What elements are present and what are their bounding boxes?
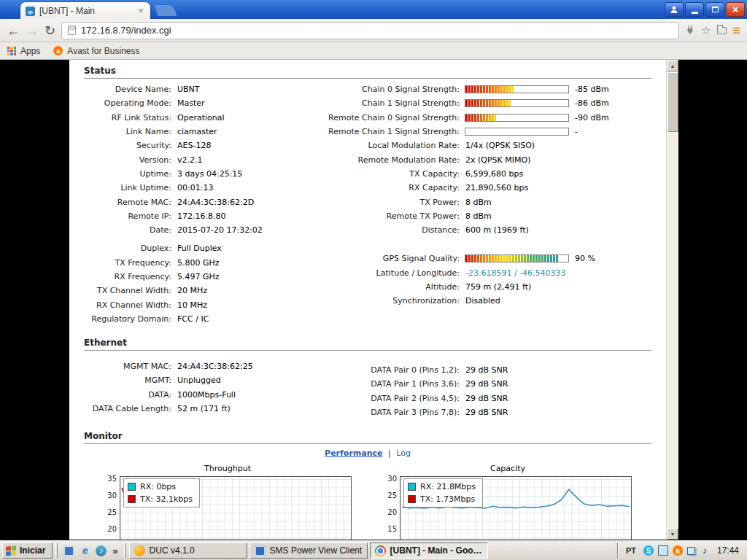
signal-bar-fill [465,255,558,262]
extension-plug-icon[interactable] [685,25,695,36]
field-value: 8 dBm [465,211,492,221]
taskbar-task-duc[interactable]: DUC v4.1.0 [129,542,247,559]
bookmark-apps[interactable]: Apps [7,46,40,56]
capacity-chart: Capacity 30252015 RX: 21.8MbpsTX: 1.73Mb… [384,464,632,540]
scrollbar-up-arrow[interactable]: ▲ [667,60,678,71]
legend-label: RX: 21.8Mbps [420,482,476,491]
browser-tab[interactable]: [UBNT] - Main × [20,2,150,19]
field-value: Full Duplex [177,244,222,253]
bookmark-avast[interactable]: a Avast for Business [53,46,139,56]
info-row: TX Capacity:6,599,680 bps [321,167,651,181]
field-label: Remote Chain 1 Signal Strength: [321,127,460,136]
tab-title: [UBNT] - Main [39,6,132,16]
chart-legend: RX: 0bpsTX: 32.1kbps [123,478,200,508]
start-button[interactable]: Iniciar [2,542,53,559]
info-row: GPS Signal Quality:90 % [321,252,651,265]
chrome-icon [375,545,386,556]
field-value[interactable]: -23.618591 / -46.540333 [465,268,566,278]
status-heading: Status [84,66,651,76]
signal-bar [465,114,569,122]
forward-button[interactable]: → [26,24,39,37]
info-row: Device Name:UBNT [84,82,321,96]
scrollbar-down-arrow[interactable]: ▼ [667,528,678,540]
quick-launch-overflow[interactable]: » [112,545,117,556]
tray-volume-icon[interactable]: ♪ [700,545,710,556]
tray-display-icon[interactable] [658,545,668,556]
legend-swatch [408,483,416,491]
close-button[interactable]: × [726,2,745,17]
chart-legend: RX: 21.8MbpsTX: 1.73Mbps [403,478,483,508]
windows-flag-icon [6,545,16,556]
tray-skype-icon[interactable]: S [643,545,654,556]
bookmark-apps-label: Apps [20,46,40,56]
field-label: Regulatory Domain: [84,314,171,324]
y-tick-label: 20 [387,508,397,516]
scrollbar-thumb[interactable] [667,72,678,132]
field-label: DATA Pair 3 (Pins 7,8): [321,408,460,417]
tray-network-icon[interactable] [687,547,695,555]
info-row: TX Frequency:5.800 GHz [84,256,321,270]
media-player-icon[interactable]: ♪ [96,545,107,556]
legend-swatch [408,495,416,503]
reload-button[interactable]: ↻ [44,24,55,37]
field-label: TX Frequency: [84,258,171,268]
throughput-chart: Throughput 35302520 RX: 0bpsTX: 32.1kbps [104,464,352,540]
restore-icon [712,7,719,12]
field-label: Chain 0 Signal Strength: [321,85,460,94]
legend-item: TX: 32.1kbps [128,494,193,504]
menu-icon[interactable]: ≡ [732,23,740,39]
page-scrollbar[interactable]: ▲ ▼ [666,60,678,540]
page-icon [68,26,76,35]
log-link[interactable]: Log [396,448,411,458]
field-label: Device Name: [84,85,171,94]
status-right-info2: Latitude / Longitude:-23.618591 / -46.54… [321,266,651,308]
legend-swatch [128,483,136,491]
signal-bar [465,128,569,136]
internet-explorer-icon[interactable]: e [80,545,90,556]
info-row: Remote Modulation Rate:2x (QPSK MIMO) [321,152,651,166]
field-value: -86 dBm [575,98,609,108]
taskbar-task-chrome[interactable]: [UBNT] - Main - Googl... [370,542,488,559]
field-value: -85 dBm [575,85,609,94]
field-value: 5.800 GHz [177,258,220,268]
tab-close-icon[interactable]: × [136,5,145,16]
restore-button[interactable] [705,2,724,17]
field-label: Link Name: [84,127,171,136]
field-value: 90 % [575,254,595,263]
field-label: Remote TX Power: [321,211,460,221]
field-value: 21,890,560 bps [465,183,528,192]
field-label: RX Channel Width: [84,300,171,310]
info-row: Local Modulation Rate:1/4x (QPSK SISO) [321,139,651,152]
minimize-button[interactable] [685,2,704,17]
show-desktop-icon[interactable] [63,545,74,556]
info-row: Remote IP:172.16.8.80 [84,209,321,223]
language-indicator[interactable]: PT [624,545,638,556]
field-label: MGMT: [84,376,171,385]
y-tick-label: 15 [387,525,397,533]
bookmarks-folder-icon[interactable] [717,27,727,34]
field-value: 52 m (171 ft) [177,404,231,413]
address-bar[interactable]: 172.16.8.79/index.cgi [61,22,678,39]
desktop-screen: [UBNT] - Main × × ← → ↻ 172.16.8.79/inde… [0,0,747,560]
field-value: 2x (QPSK MIMO) [465,155,530,165]
window-controls: × [665,2,745,17]
legend-swatch [128,495,136,503]
y-axis: 35302520 [104,476,120,540]
taskbar-task-sms[interactable]: SMS Power View Client [249,542,368,559]
back-button[interactable]: ← [7,24,20,37]
legend-label: TX: 32.1kbps [140,494,193,504]
field-label: Remote Modulation Rate: [321,155,460,165]
chart-plot-area: RX: 21.8MbpsTX: 1.73Mbps [400,476,632,540]
new-tab-button[interactable] [155,5,177,16]
tray-shield-icon[interactable]: a [673,545,683,556]
info-row: Remote Chain 0 Signal Strength:-90 dBm [321,111,651,125]
profile-avatar-button[interactable] [665,2,684,17]
url-text[interactable]: 172.16.8.79/index.cgi [81,25,171,36]
avast-icon: a [53,46,63,55]
performance-link[interactable]: Performance [325,448,382,458]
bookmark-star-icon[interactable]: ☆ [701,25,711,36]
info-row: Duplex:Full Duplex [84,241,321,255]
y-tick-label: 25 [387,491,397,499]
field-value: Disabled [465,296,500,306]
y-tick-label: 25 [107,508,117,516]
